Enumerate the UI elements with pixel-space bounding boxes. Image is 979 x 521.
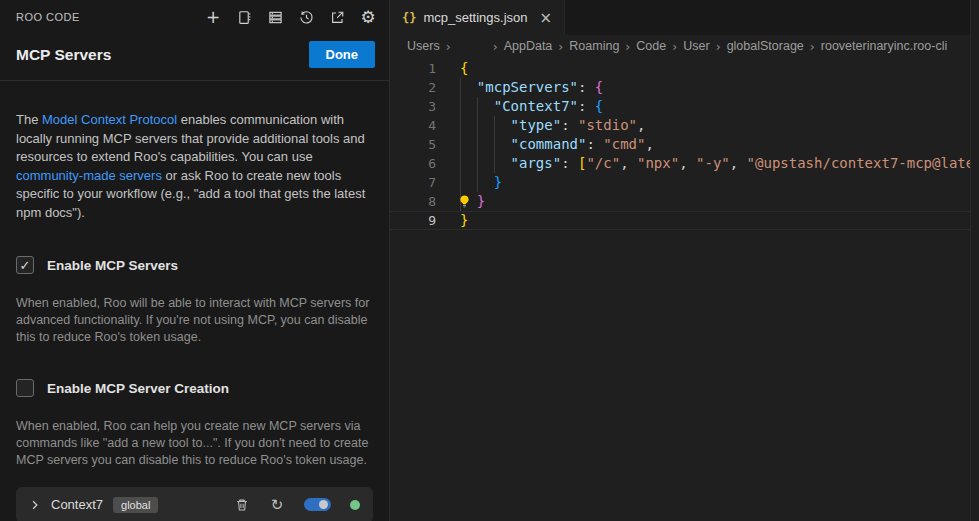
code-token: : — [578, 98, 595, 114]
roo-code-panel: ROO CODE + — [0, 0, 390, 521]
code-line[interactable]: 9} — [390, 211, 970, 230]
server-actions: ↻ — [234, 497, 360, 513]
line-number: 4 — [390, 116, 460, 135]
code-token: { — [595, 98, 603, 114]
code-token: , — [645, 136, 653, 152]
chevron-right-icon[interactable] — [29, 499, 41, 511]
breadcrumb-item[interactable]: Roaming — [569, 39, 619, 53]
notebook-icon[interactable] — [235, 8, 253, 26]
open-external-icon[interactable] — [328, 8, 346, 26]
extension-title: ROO CODE — [16, 11, 80, 23]
code-line-text: "mcpServers": { — [460, 78, 603, 97]
breadcrumb-item[interactable]: globalStorage — [727, 39, 804, 53]
plus-icon[interactable]: + — [204, 8, 222, 26]
checkmark-icon: ✓ — [20, 258, 31, 273]
done-button[interactable]: Done — [309, 41, 376, 68]
enable-mcp-servers-checkbox[interactable]: ✓ — [16, 256, 34, 274]
enable-mcp-creation-checkbox[interactable] — [16, 379, 34, 397]
history-icon[interactable] — [297, 8, 315, 26]
server-name: Context7 — [51, 497, 103, 512]
lightbulb-icon[interactable] — [457, 194, 472, 209]
line-number: 1 — [390, 59, 460, 78]
code-token: "stdio" — [578, 117, 637, 133]
code-line-text: } — [460, 173, 502, 192]
editor-group: {} mcp_settings.json × Users››AppData›Ro… — [390, 0, 970, 521]
code-token: "@upstash/context7-mcp@latest" — [747, 155, 970, 171]
breadcrumb: Users››AppData›Roaming›Code›User›globalS… — [390, 35, 970, 57]
line-number: 7 — [390, 173, 460, 192]
tab-mcp-settings-json[interactable]: {} mcp_settings.json × — [390, 0, 565, 35]
code-token: , — [730, 155, 747, 171]
breadcrumb-separator: › — [672, 39, 677, 54]
enable-mcp-creation-label: Enable MCP Server Creation — [47, 381, 229, 396]
panel-header: ROO CODE + — [0, 0, 389, 28]
server-enabled-toggle[interactable] — [304, 498, 331, 511]
code-line[interactable]: 8} — [390, 192, 970, 211]
line-number: 6 — [390, 154, 460, 173]
line-number: 5 — [390, 135, 460, 154]
breadcrumb-item[interactable]: AppData — [504, 39, 553, 53]
code-line-text: } — [460, 192, 485, 211]
code-token: , — [620, 155, 637, 171]
breadcrumb-item[interactable]: Users — [407, 39, 440, 53]
code-line-text: "Context7": { — [460, 97, 603, 116]
code-token: : — [561, 117, 578, 133]
restart-server-icon[interactable]: ↻ — [269, 497, 285, 513]
line-number: 8 — [390, 192, 460, 211]
code-line-text: { — [460, 59, 468, 78]
line-number: 3 — [390, 97, 460, 116]
inline-link[interactable]: community-made servers — [16, 168, 162, 183]
code-token: "/c" — [586, 155, 620, 171]
code-line[interactable]: 5"command": "cmd", — [390, 135, 970, 154]
editor-scrollbar[interactable] — [970, 0, 979, 521]
indent-guide — [460, 173, 494, 192]
line-number: 9 — [390, 211, 460, 230]
server-scope-badge: global — [113, 497, 158, 513]
code-line[interactable]: 4"type": "stdio", — [390, 116, 970, 135]
indent-guide — [460, 78, 477, 97]
code-token: , — [679, 155, 696, 171]
code-token: "type" — [511, 117, 562, 133]
indent-guide — [460, 154, 511, 173]
server-row-context7[interactable]: Context7 global ↻ — [16, 487, 373, 521]
indent-guide — [460, 116, 511, 135]
code-line[interactable]: 3"Context7": { — [390, 97, 970, 116]
code-token: "npx" — [637, 155, 679, 171]
breadcrumb-item[interactable]: rooveterinaryinc.roo-cli — [821, 39, 947, 53]
indent-guide — [460, 97, 494, 116]
page-title: MCP Servers — [16, 46, 111, 64]
code-token: , — [637, 117, 645, 133]
code-token: "args" — [511, 155, 562, 171]
breadcrumb-separator: › — [446, 39, 451, 54]
close-tab-icon[interactable]: × — [540, 9, 553, 27]
code-line-text: "args": ["/c", "npx", "-y", "@upstash/co… — [460, 154, 970, 173]
breadcrumb-separator: › — [810, 39, 815, 54]
inline-link[interactable]: Model Context Protocol — [42, 112, 177, 127]
code-token: "mcpServers" — [477, 79, 578, 95]
toggle-knob — [319, 500, 328, 509]
enable-mcp-servers-row: ✓ Enable MCP Servers — [0, 235, 389, 274]
code-token: "cmd" — [603, 136, 645, 152]
breadcrumb-item[interactable]: Code — [636, 39, 666, 53]
code-token: } — [477, 193, 485, 209]
json-file-icon: {} — [402, 11, 416, 25]
code-token: "command" — [511, 136, 587, 152]
code-token: { — [595, 79, 603, 95]
code-token: } — [460, 212, 468, 228]
editor-tab-bar: {} mcp_settings.json × — [390, 0, 970, 35]
page-title-row: MCP Servers Done — [0, 28, 389, 81]
panel-header-icons: + — [204, 8, 377, 26]
mcp-servers-icon[interactable] — [266, 8, 284, 26]
code-editor[interactable]: 1{2"mcpServers": {3"Context7": {4"type":… — [390, 59, 970, 230]
code-token: : — [586, 136, 603, 152]
code-line[interactable]: 1{ — [390, 59, 970, 78]
code-line-text: "command": "cmd", — [460, 135, 654, 154]
code-line[interactable]: 6"args": ["/c", "npx", "-y", "@upstash/c… — [390, 154, 970, 173]
code-token: { — [460, 60, 468, 76]
breadcrumb-separator: › — [625, 39, 630, 54]
settings-gear-icon[interactable]: ⚙ — [359, 8, 377, 26]
breadcrumb-item[interactable]: User — [683, 39, 709, 53]
delete-server-icon[interactable] — [234, 497, 250, 513]
code-line[interactable]: 7} — [390, 173, 970, 192]
code-line[interactable]: 2"mcpServers": { — [390, 78, 970, 97]
